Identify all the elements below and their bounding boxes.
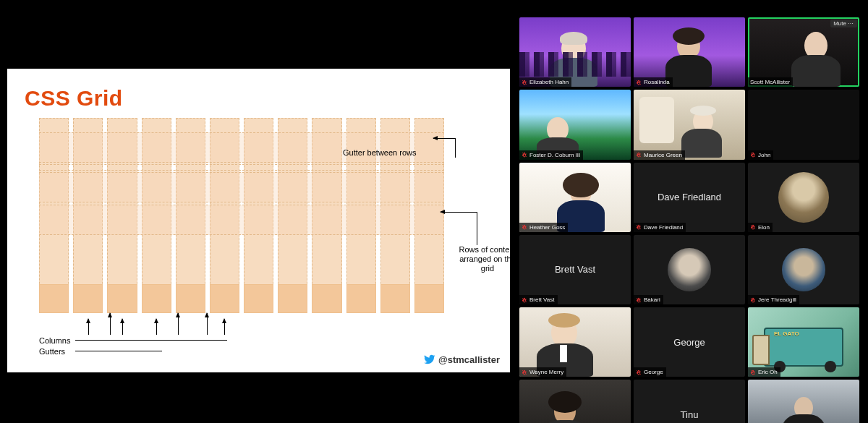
participant-tile[interactable]: George George [634, 307, 745, 377]
avatar [778, 172, 829, 223]
avatar [782, 248, 825, 291]
participant-display-name: Dave Friedland [653, 192, 726, 202]
participant-tile[interactable]: Bakari [634, 235, 745, 304]
participant-tile[interactable]: Chris | Chicago, Illinois [748, 380, 859, 423]
mute-button[interactable]: Mute⋯ [830, 20, 857, 27]
participant-display-name: George [669, 337, 709, 348]
participant-tile[interactable]: EL GATO Eric Oh [748, 307, 859, 377]
mic-muted-icon [636, 152, 642, 158]
twitter-icon [424, 354, 435, 365]
mic-muted-icon [750, 297, 756, 303]
participant-tile[interactable]: John [748, 90, 859, 159]
participant-tile[interactable]: Wayne Merry [519, 307, 631, 377]
mic-muted-icon [636, 369, 642, 375]
mic-muted-icon [636, 224, 642, 230]
mic-muted-icon [522, 297, 527, 303]
participant-tile[interactable]: Elizabeth Hahn [519, 17, 631, 87]
mic-muted-icon [750, 369, 756, 375]
participant-display-name: Brett Vast [550, 264, 600, 275]
participant-tile[interactable]: Mute⋯ Scott McAllister [748, 17, 859, 87]
annotation-rows-content: Rows of content arranged on the grid [455, 245, 520, 274]
mic-muted-icon [522, 369, 527, 375]
participant-tile[interactable]: Tinu Tinu [634, 380, 745, 423]
participant-tile[interactable]: Brett Vast Brett Vast [519, 235, 631, 304]
mic-muted-icon [750, 224, 756, 230]
more-icon[interactable]: ⋯ [848, 20, 854, 27]
annotation-columns: Columns [39, 336, 70, 345]
participant-tile[interactable]: Foster D. Coburn III [519, 90, 631, 159]
mic-muted-icon [750, 152, 756, 158]
participant-tile[interactable]: Jere Threadgill [748, 235, 859, 304]
participant-display-name: Tinu [676, 409, 703, 420]
mic-muted-icon [636, 80, 642, 85]
participant-tile[interactable]: Dave Friedland Dave Friedland [634, 163, 745, 232]
participant-tile[interactable]: Seema Kohli [519, 380, 631, 423]
avatar [668, 248, 711, 291]
slide-footer: @stmcallister [424, 354, 500, 365]
slide-title: CSS Grid [25, 86, 493, 111]
shared-screen-slide: CSS Grid Gutter between rows Rows of [7, 69, 510, 372]
mic-muted-icon [636, 297, 642, 303]
annotation-gutters: Gutters [39, 347, 65, 356]
participant-tile[interactable]: Elon [748, 163, 859, 232]
participant-tile[interactable]: Maurice Green [634, 90, 745, 159]
mic-muted-icon [522, 80, 527, 85]
mic-muted-icon [522, 152, 527, 158]
annotation-gutter-rows: Gutter between rows [343, 148, 417, 157]
participant-gallery: Elizabeth Hahn Rosalinda Mute⋯ Scott McA… [519, 17, 859, 423]
mic-muted-icon [522, 224, 527, 230]
participant-tile[interactable]: Rosalinda [634, 17, 745, 87]
css-grid-diagram: Gutter between rows Rows of content arra… [39, 118, 444, 335]
participant-tile[interactable]: Heather Goss [519, 163, 631, 232]
twitter-handle: @stmcallister [438, 354, 500, 365]
truck-label: EL GATO [774, 330, 799, 337]
